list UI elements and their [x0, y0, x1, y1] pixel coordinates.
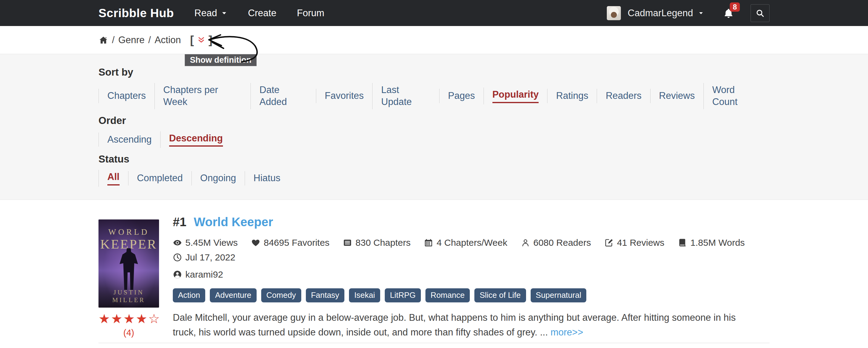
novel-card: WORLD KEEPER JUSTIN MILLER ★★★★☆ (4) #1 … — [98, 215, 770, 340]
novel-author-row: karami92 — [173, 269, 770, 280]
sort-option[interactable]: Pages — [439, 89, 484, 103]
sort-options-row: Chapters Chapters per Week Date Added Fa… — [98, 83, 770, 109]
sort-option-label: Date Added — [259, 84, 307, 108]
novel-stats-row: 5.45M Views 84695 Favorites 830 Chapters — [173, 237, 770, 263]
stat-item: Jul 17, 2022 — [173, 252, 235, 263]
tag-chip[interactable]: Slice of Life — [474, 288, 526, 302]
star-icon: ★ — [123, 312, 136, 326]
star-icon: ★ — [111, 312, 124, 326]
list-icon — [343, 238, 352, 247]
heart-icon — [251, 238, 260, 247]
sort-option-label: Chapters per Week — [163, 84, 242, 108]
eye-icon — [173, 238, 182, 247]
sort-option[interactable]: Chapters — [98, 89, 154, 103]
site-logo[interactable]: Scribble Hub — [98, 6, 174, 20]
nav-item-create[interactable]: Create — [248, 8, 277, 19]
stat-value: 6080 Readers — [533, 237, 591, 248]
calendar-icon — [424, 238, 433, 247]
stat-value: 830 Chapters — [355, 237, 410, 248]
tag-chip[interactable]: LitRPG — [385, 288, 421, 302]
nav-item-forum[interactable]: Forum — [297, 8, 324, 19]
sort-option[interactable]: Reviews — [650, 89, 704, 103]
stat-item: 5.45M Views — [173, 237, 238, 248]
tag-chip[interactable]: Comedy — [261, 288, 301, 302]
novel-list: WORLD KEEPER JUSTIN MILLER ★★★★☆ (4) #1 … — [98, 215, 770, 348]
sort-option[interactable]: Readers — [597, 89, 650, 103]
clock-icon — [173, 253, 182, 262]
chevron-down-icon — [221, 10, 227, 17]
sort-option[interactable]: Last Update — [372, 83, 439, 109]
sort-option-label: Last Update — [381, 84, 431, 108]
book-icon — [678, 238, 687, 247]
sort-option[interactable]: Ratings — [547, 89, 597, 103]
stat-item: 84695 Favorites — [251, 237, 330, 248]
search-button[interactable] — [750, 4, 770, 22]
novel-cover[interactable]: WORLD KEEPER JUSTIN MILLER — [98, 220, 159, 308]
tag-chip[interactable]: Action — [173, 288, 205, 302]
breadcrumb-action[interactable]: Action — [154, 35, 181, 46]
sort-option-label: Reviews — [659, 90, 695, 102]
stat-item: 6080 Readers — [521, 237, 591, 248]
nav-item-forum-label: Forum — [297, 8, 324, 19]
order-option[interactable]: Ascending — [98, 133, 160, 147]
order-option-label: Descending — [169, 133, 223, 147]
more-link[interactable]: more>> — [551, 327, 583, 338]
sort-option[interactable]: Word Count — [704, 83, 770, 109]
notifications-button[interactable]: 8 — [723, 7, 734, 19]
avatar[interactable] — [607, 6, 621, 20]
sort-by-heading: Sort by — [98, 66, 770, 78]
order-options-row: Ascending Descending — [98, 131, 770, 148]
sort-option-label: Chapters — [107, 90, 146, 102]
search-icon — [755, 8, 765, 18]
sort-option[interactable]: Date Added — [250, 83, 316, 109]
filter-section: Sort by Chapters Chapters per Week Date … — [0, 54, 868, 200]
sort-option-label: Popularity — [492, 89, 539, 103]
status-option[interactable]: Ongoing — [191, 171, 245, 185]
top-navbar: Scribble Hub Read Create Forum CadmarLeg… — [0, 0, 868, 26]
stat-value: 4 Chapters/Week — [436, 237, 507, 248]
sort-option[interactable]: Chapters per Week — [154, 83, 250, 109]
author-name: karami92 — [185, 269, 223, 280]
genre-definition-expander[interactable]: [ ] — [190, 34, 213, 47]
order-option[interactable]: Descending — [160, 131, 231, 148]
tag-chip[interactable]: Supernatural — [531, 288, 587, 302]
pencil-icon — [604, 238, 614, 247]
username[interactable]: CadmarLegend — [628, 8, 693, 19]
status-option[interactable]: Hiatus — [245, 171, 289, 185]
home-icon[interactable] — [98, 35, 108, 45]
stat-value: 41 Reviews — [617, 237, 664, 248]
show-definition-tooltip: Show definition — [185, 54, 257, 66]
user-icon — [521, 238, 530, 247]
stat-value: 1.85M Words — [690, 237, 745, 248]
bracket-open: [ — [190, 34, 194, 47]
star-rating[interactable]: ★★★★☆ — [98, 313, 159, 325]
stat-item: 41 Reviews — [604, 237, 664, 248]
chevron-down-icon[interactable] — [698, 10, 704, 16]
tag-list: Action Adventure Comedy Fantasy Isekai L… — [173, 288, 770, 302]
status-option[interactable]: All — [98, 170, 128, 187]
status-option-label: Ongoing — [200, 172, 236, 184]
nav-item-read-label: Read — [194, 8, 217, 19]
nav-item-read[interactable]: Read — [194, 8, 227, 19]
status-option-label: Hiatus — [253, 172, 280, 184]
author-link[interactable]: karami92 — [173, 269, 223, 280]
sort-option[interactable]: Favorites — [316, 89, 372, 103]
description-text: Dale Mitchell, your average guy in a bel… — [173, 312, 736, 338]
novel-title-link[interactable]: World Keeper — [194, 215, 273, 229]
tag-chip[interactable]: Romance — [426, 288, 470, 302]
novel-rank: #1 — [173, 215, 187, 229]
novel-description: Dale Mitchell, your average guy in a bel… — [173, 310, 754, 340]
sort-option[interactable]: Popularity — [484, 88, 548, 105]
stat-item: 4 Chapters/Week — [424, 237, 507, 248]
tag-chip[interactable]: Isekai — [349, 288, 380, 302]
status-option[interactable]: Completed — [128, 171, 191, 185]
breadcrumb-genre[interactable]: Genre — [118, 35, 145, 46]
tag-chip[interactable]: Fantasy — [306, 288, 345, 302]
status-options-row: All Completed Ongoing Hiatus — [98, 170, 770, 187]
status-option-label: All — [107, 171, 120, 185]
double-chevron-down-icon — [197, 36, 206, 44]
user-circle-icon — [173, 270, 182, 279]
tag-chip[interactable]: Adventure — [210, 288, 257, 302]
stat-item: 830 Chapters — [343, 237, 410, 248]
breadcrumb: / Genre / Action [ ] — [98, 34, 770, 47]
